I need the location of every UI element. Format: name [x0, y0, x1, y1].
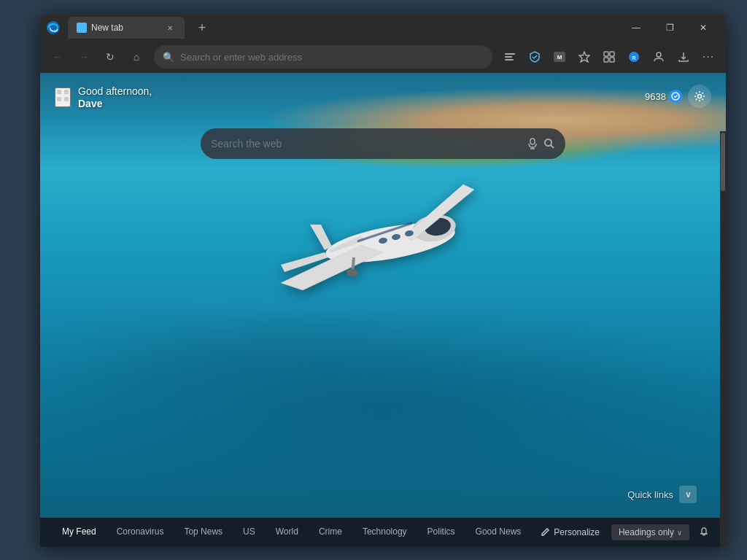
rewards-button[interactable]: R	[622, 45, 646, 69]
quick-links-section: Quick links ∨	[627, 486, 697, 503]
news-tab-coronavirus[interactable]: Coronavirus	[107, 518, 174, 547]
greeting-section: Good afternoon, Dave	[55, 85, 152, 109]
browser-window: New tab ✕ + — ❐ ✕ ← → ↻ ⌂ 🔍	[40, 15, 726, 547]
browser-tab[interactable]: New tab ✕	[68, 17, 185, 39]
news-tab-politics[interactable]: Politics	[417, 518, 465, 547]
back-button[interactable]: ←	[46, 45, 69, 69]
greeting-text: Good afternoon, Dave	[78, 85, 152, 109]
search-input[interactable]	[211, 138, 522, 149]
tab-title: New tab	[91, 23, 160, 33]
headings-only-dropdown[interactable]: Headings only ∨	[611, 524, 689, 540]
quick-links-label: Quick links	[627, 489, 673, 500]
bottom-bar: My Feed Coronavirus Top News US World	[40, 518, 726, 547]
address-input[interactable]	[180, 52, 484, 63]
tab-favicon-icon	[77, 23, 87, 33]
svg-rect-9	[604, 52, 608, 56]
home-button[interactable]: ⌂	[125, 45, 148, 69]
svg-rect-32	[57, 97, 61, 101]
quick-links-chevron-button[interactable]: ∨	[679, 486, 697, 503]
new-tab-button[interactable]: +	[192, 18, 212, 38]
svg-point-15	[657, 52, 661, 57]
search-submit-button[interactable]	[543, 138, 555, 149]
svg-rect-30	[57, 90, 61, 94]
svg-rect-4	[505, 56, 512, 58]
svg-rect-3	[505, 53, 515, 55]
close-button[interactable]: ✕	[686, 15, 720, 41]
address-input-wrap: 🔍	[154, 45, 492, 69]
news-tab-world[interactable]: World	[266, 518, 309, 547]
profile-button[interactable]	[647, 45, 670, 69]
news-tab-crime[interactable]: Crime	[309, 518, 352, 547]
mic-button[interactable]	[527, 138, 538, 149]
apps-grid-button[interactable]	[55, 88, 71, 107]
svg-point-34	[672, 93, 679, 100]
window-controls: — ❐ ✕	[619, 15, 720, 41]
svg-point-35	[698, 95, 702, 98]
svg-rect-11	[604, 58, 608, 62]
title-bar-left: New tab ✕ +	[46, 17, 212, 39]
headings-chevron-icon: ∨	[677, 529, 682, 537]
newtab-overlay: Good afternoon, Dave 9638	[40, 73, 726, 547]
news-tabs: My Feed Coronavirus Top News US World	[52, 518, 533, 547]
svg-rect-31	[64, 90, 69, 94]
svg-line-40	[551, 145, 554, 148]
svg-rect-2	[80, 26, 83, 29]
news-tab-technology[interactable]: Technology	[352, 518, 417, 547]
notifications-button[interactable]	[694, 522, 714, 542]
newtab-top: Good afternoon, Dave 9638	[40, 73, 726, 121]
svg-text:R: R	[632, 55, 635, 61]
svg-rect-5	[505, 59, 514, 61]
svg-rect-12	[610, 58, 614, 62]
immersive-reader-button[interactable]	[498, 45, 522, 69]
shield-button[interactable]	[523, 45, 546, 69]
browser-badge-button[interactable]: M	[548, 45, 571, 69]
search-bar	[201, 128, 565, 159]
svg-text:M: M	[557, 54, 562, 61]
title-bar: New tab ✕ + — ❐ ✕	[40, 15, 726, 41]
greeting-block: Good afternoon, Dave	[78, 85, 152, 109]
more-button[interactable]: ···	[697, 45, 720, 69]
personalize-button[interactable]: Personalize	[533, 524, 607, 540]
content-area: Good afternoon, Dave 9638	[40, 73, 726, 547]
scrollbar[interactable]	[720, 131, 726, 547]
collections-button[interactable]	[597, 45, 621, 69]
newtab-settings-button[interactable]	[688, 85, 711, 108]
address-bar: ← → ↻ ⌂ 🔍	[40, 41, 726, 73]
bottom-right: Personalize Headings only ∨	[533, 522, 714, 542]
tab-close-button[interactable]: ✕	[164, 22, 176, 34]
news-tab-us[interactable]: US	[233, 518, 266, 547]
content-spacer	[40, 166, 726, 547]
svg-rect-33	[64, 97, 69, 101]
svg-rect-10	[610, 52, 614, 56]
favorites-button[interactable]	[573, 45, 596, 69]
desktop: New tab ✕ + — ❐ ✕ ← → ↻ ⌂ 🔍	[0, 0, 747, 560]
news-tab-good-news[interactable]: Good News	[465, 518, 532, 547]
svg-point-39	[545, 139, 551, 146]
forward-button[interactable]: →	[72, 45, 96, 69]
news-tab-my-feed[interactable]: My Feed	[52, 518, 107, 547]
top-right-section: 9638	[645, 85, 711, 108]
news-tab-top-news[interactable]: Top News	[174, 518, 233, 547]
toolbar-right: M	[498, 45, 720, 69]
download-button[interactable]	[672, 45, 695, 69]
svg-rect-36	[530, 139, 535, 144]
rewards-icon	[669, 90, 682, 103]
edge-logo-icon	[46, 20, 61, 35]
rewards-points: 9638	[645, 91, 666, 102]
refresh-button[interactable]: ↻	[98, 45, 122, 69]
search-container	[40, 121, 726, 166]
svg-marker-8	[579, 52, 589, 62]
search-address-icon: 🔍	[163, 52, 174, 63]
rewards-badge: 9638	[645, 90, 682, 103]
minimize-button[interactable]: —	[619, 15, 653, 41]
scrollbar-thumb	[721, 133, 725, 191]
maximize-button[interactable]: ❐	[653, 15, 686, 41]
